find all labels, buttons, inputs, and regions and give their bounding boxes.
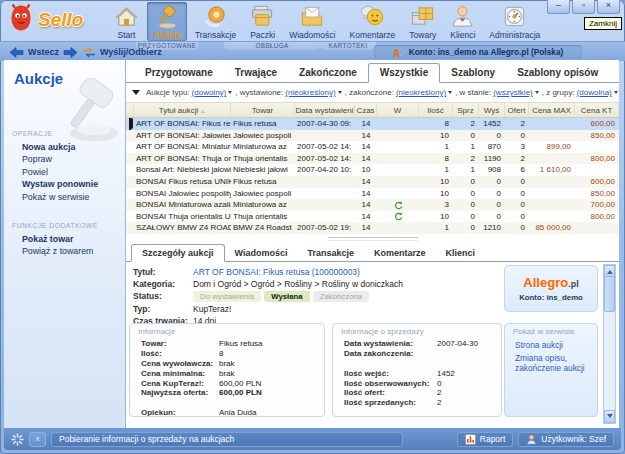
table-row[interactable]: Bonsai Art: Niebieski jałowiNiebieski ja… [126, 164, 619, 176]
filter-value-dropdown[interactable]: (wszystkie) [493, 88, 533, 97]
box-row [333, 359, 501, 369]
detail-panel: Tytuł:ART OF BONSAI: Fikus retusa (10000… [126, 262, 619, 428]
scroll-thumb[interactable] [604, 276, 615, 312]
ribbon-item-start[interactable]: Start [108, 2, 145, 41]
filter-value-dropdown[interactable]: (nieokreślony) [285, 88, 335, 97]
detail-field-label: Status: [133, 291, 193, 301]
sales-box: Informacje o sprzedaży Data wystawienia:… [332, 323, 502, 417]
table-row[interactable]: BONSAI Miniaturowa azaliaMiniaturowa az1… [126, 199, 619, 211]
cancel-task-button[interactable]: x [29, 432, 46, 447]
tab-szablony-opis-w[interactable]: Szablony opisów [506, 64, 609, 82]
ribbon-item-towary[interactable]: Towary [403, 2, 442, 41]
cell-cena_max: 899,00 [529, 141, 575, 153]
account-indicator[interactable]: A Konto: ins_demo na Allegro.pl (Polska) [374, 45, 582, 59]
tab-zako-czone[interactable]: Zakończone [288, 64, 368, 82]
detail-tab-transakcje[interactable]: Transakcje [297, 245, 364, 261]
cell-w [377, 211, 419, 223]
column-header-czas[interactable]: Czas [355, 103, 377, 117]
ribbon-item-administracja[interactable]: Administracja [483, 2, 546, 41]
detail-field-value[interactable]: ART OF BONSAI: Fikus retusa (100000003) [193, 267, 360, 277]
ribbon-top-row: Sello StartAukcjeTransakcjePaczkiWiadomo… [0, 0, 625, 41]
sidebar-item-poka-w-serwisie[interactable]: Pokaż w serwisie [4, 191, 125, 203]
filter-value-dropdown[interactable]: (nieokreślony) [396, 88, 446, 97]
column-header-tytu-aukcji[interactable]: Tytuł aukcji [134, 103, 231, 117]
cell-sprz: 0 [453, 222, 479, 234]
cell-wys: 0 [479, 188, 505, 200]
table-row[interactable]: ART OF BONSAI: Fikus retuFikus retusa200… [126, 118, 619, 130]
tab-szablony[interactable]: Szablony [440, 64, 506, 82]
column-header-w[interactable]: W [377, 103, 419, 117]
column-chooser-icon[interactable] [132, 90, 140, 99]
ribbon-item-paczki[interactable]: Paczki [244, 2, 281, 41]
ribbon-item-label: Towary [409, 30, 436, 40]
user-icon [526, 434, 537, 445]
cell-cena_kt: 700,00 [575, 199, 619, 211]
filter-part: Aukcje typu:(dowolny) [146, 88, 235, 97]
column-header-sprz[interactable]: Sprz [453, 103, 479, 117]
ribbon-item-aukcje[interactable]: Aukcje [147, 2, 187, 41]
table-row[interactable]: SZAŁOWY BMW Z4 ROADSTBMW Z4 Roadst2007-0… [126, 222, 619, 234]
column-header-ilo[interactable]: Ilość [419, 103, 453, 117]
service-link-zmiana-opisu-zako-czenie-aukcji[interactable]: Zmiana opisu, zakończenie aukcji [505, 352, 597, 375]
table-row[interactable]: ART OF BONSAI: Jałowiec pJałowiec pospol… [126, 130, 619, 142]
detail-tab-szczeg-y-aukcji[interactable]: Szczegóły aukcji [131, 244, 225, 262]
detail-tab-wiadomo-ci[interactable]: Wiadomości [225, 245, 298, 261]
cell-cena_max: 85 000,00 [529, 222, 575, 234]
box-row-ilo-wej: Ilość wejść:1452 [333, 368, 501, 378]
column-header-towar[interactable]: Towar [231, 103, 295, 117]
sidebar-item-powiel[interactable]: Powiel [4, 166, 125, 178]
tab-trwaj-ce[interactable]: Trwające [224, 64, 288, 82]
table-row[interactable]: BONSAI Thuja orientalis UNIThuja orienta… [126, 211, 619, 223]
minimize-button[interactable]: – [547, 0, 570, 14]
report-button[interactable]: Raport [457, 432, 514, 447]
sidebar-section-title: FUNKCJE DODATKOWE [4, 219, 125, 233]
detail-tab-klienci[interactable]: Klienci [436, 245, 486, 261]
sidebar-item-powi-z-towarem[interactable]: Powiąż z towarem [4, 245, 125, 257]
scroll-down-button[interactable] [604, 410, 615, 423]
detail-scrollbar[interactable] [603, 264, 616, 424]
send-receive-icon[interactable] [82, 47, 96, 58]
table-row[interactable]: ART OF BONSAI: MiniaturoMiniaturowa az20… [126, 141, 619, 153]
filter-value-dropdown[interactable]: (dowolna) [577, 88, 612, 97]
column-header-cena-kt[interactable]: Cena KT [575, 103, 619, 117]
filter-label: , wystawione: [235, 88, 283, 97]
detail-tab-komentarze[interactable]: Komentarze [364, 245, 436, 261]
filter-value-dropdown[interactable]: (dowolny) [192, 88, 227, 97]
column-header-cena-max[interactable]: Cena MAX [529, 103, 575, 117]
service-link-strona-aukcji[interactable]: Strona aukcji [505, 339, 597, 352]
cell-sprz: 0 [453, 176, 479, 188]
column-header-ofert[interactable]: Ofert [505, 103, 529, 117]
back-label[interactable]: Wstecz [28, 47, 59, 57]
ribbon-item-transakcje[interactable]: Transakcje [189, 2, 242, 41]
box-row-cena-minimalna: Cena minimalna:brak [130, 368, 324, 378]
maximize-button[interactable]: ▫ [572, 0, 595, 14]
ribbon-item-label: Administracja [489, 30, 540, 40]
sidebar-item-popraw[interactable]: Popraw [4, 153, 125, 165]
table-row[interactable]: BONSAI Fikus retusa UNIKAFikus retusa141… [126, 176, 619, 188]
send-receive-label[interactable]: Wyślij/Odbierz [100, 47, 162, 57]
ribbon-item-wiadomo-ci[interactable]: Wiadomości [283, 2, 341, 41]
close-button[interactable]: × [597, 0, 620, 14]
transactions-icon [203, 4, 228, 29]
forward-arrow-icon[interactable] [63, 47, 78, 58]
tab-przygotowane[interactable]: Przygotowane [134, 64, 224, 82]
detail-tabs: Szczegóły aukcjiWiadomościTransakcjeKome… [126, 242, 619, 262]
splitter-handle[interactable] [126, 234, 619, 242]
column-header-wy[interactable]: Wyś [479, 103, 505, 117]
table-row[interactable]: ART OF BONSAI: Thuja orieThuja orientali… [126, 153, 619, 165]
box-row-opiekun: Opiekun:Ania Duda [130, 408, 324, 417]
close-tooltip: Zamknij [584, 17, 622, 30]
sidebar-item-poka-towar[interactable]: Pokaż towar [4, 233, 125, 245]
box-row-label: Data wystawienia: [344, 339, 437, 348]
chevron-down-icon [614, 91, 618, 96]
status-badge-zako-czona: Zakończona [313, 291, 369, 302]
cell-wys: 0 [479, 130, 505, 142]
table-row[interactable]: BONSAI Jałowiec pospolityJałowiec pospol… [126, 188, 619, 200]
ribbon-item-komentarze[interactable]: Komentarze [343, 2, 401, 41]
column-header-data-wystawieni[interactable]: Data wystawieni [295, 103, 355, 117]
tab-wszystkie[interactable]: Wszystkie [368, 63, 440, 83]
ribbon-item-klienci[interactable]: Klienci [444, 2, 481, 41]
back-arrow-icon[interactable] [9, 47, 24, 58]
box-row-value: 2 [437, 388, 441, 397]
sidebar-item-wystaw-ponownie[interactable]: Wystaw ponownie [4, 178, 125, 190]
